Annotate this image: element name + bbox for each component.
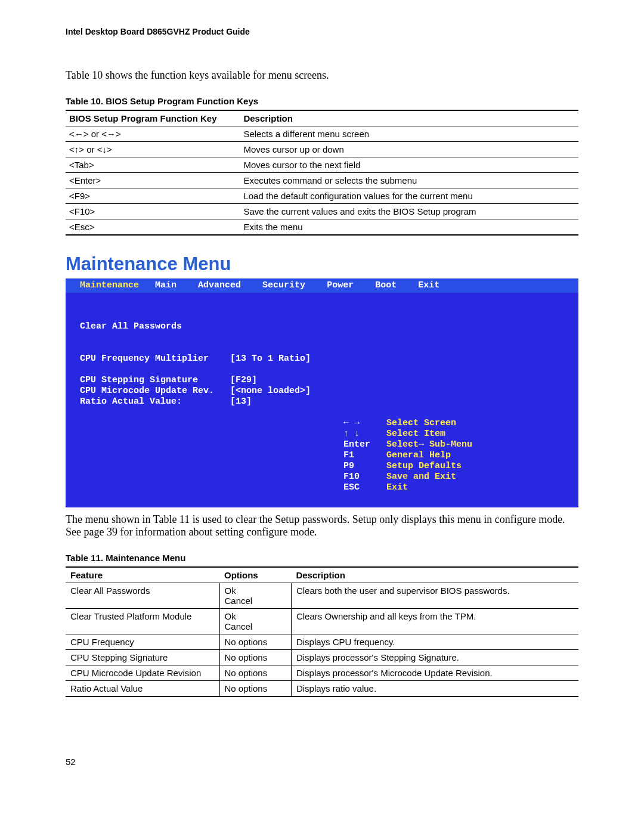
table10-cell: Moves cursor to the next field <box>240 157 578 173</box>
table10-cell: Exits the menu <box>240 219 578 236</box>
bios-left-pane: Clear All Passwords CPU Frequency Multip… <box>66 293 340 499</box>
table11-cell: CPU Stepping Signature <box>66 650 219 665</box>
table11-cell: Displays processor's Microcode Update Re… <box>291 665 578 681</box>
bios-menu-item: Advanced <box>198 280 241 290</box>
bios-item: Clear All Passwords <box>80 321 182 332</box>
bios-menu-selected: Maintenance <box>80 280 139 290</box>
bios-menu-item: Exit <box>418 280 439 290</box>
table10-cell: <↑> or <↓> <box>66 142 240 157</box>
table11-cell: No options <box>219 634 291 650</box>
bios-value: [13 To 1 Ratio] <box>230 354 311 364</box>
table10-cell: <F10> <box>66 204 240 219</box>
table11-caption: Table 11. Maintenance Menu <box>66 553 578 563</box>
bios-help-label: Setup Defaults <box>386 461 462 471</box>
table11-cell: CPU Frequency <box>66 634 219 650</box>
bios-help-key: ↑ ↓ <box>343 429 386 439</box>
bios-help-key: F1 <box>343 450 386 461</box>
bios-help-key: F10 <box>343 472 386 482</box>
bios-screen: Maintenance Main Advanced Security Power… <box>66 278 578 507</box>
table10-header-desc: Description <box>240 110 578 126</box>
after-bios-text: The menu shown in Table 11 is used to cl… <box>66 513 578 538</box>
intro-text: Table 10 shows the function keys availab… <box>66 69 578 82</box>
bios-item: Ratio Actual Value: <box>80 397 182 407</box>
document-header: Intel Desktop Board D865GVHZ Product Gui… <box>66 27 578 36</box>
table11-cell: No options <box>219 681 291 697</box>
table11-cell: Ratio Actual Value <box>66 681 219 697</box>
bios-value: [13] <box>230 397 252 407</box>
table11: Feature Options Description Clear All Pa… <box>66 566 578 697</box>
table11-cell: OkCancel <box>219 609 291 634</box>
bios-help-label: Select→ Sub-Menu <box>386 439 472 450</box>
table11-header-feature: Feature <box>66 567 219 583</box>
table10-cell: <F9> <box>66 188 240 204</box>
bios-help-label: Select Item <box>386 429 445 439</box>
bios-help-label: Exit <box>386 482 408 493</box>
table10-cell: Load the default configuration values fo… <box>240 188 578 204</box>
table10-cell: Save the current values and exits the BI… <box>240 204 578 219</box>
table10-cell: <←> or <→> <box>66 126 240 142</box>
bios-help-key: P9 <box>343 461 386 472</box>
table11-cell: No options <box>219 650 291 665</box>
table11-header-options: Options <box>219 567 291 583</box>
bios-menu-item: Security <box>262 280 305 290</box>
table10-cell: Selects a different menu screen <box>240 126 578 142</box>
bios-help-key: Enter <box>343 439 386 450</box>
table11-cell: CPU Microcode Update Revision <box>66 665 219 681</box>
bios-help-key: ESC <box>343 482 386 493</box>
bios-help-label: Save and Exit <box>386 472 456 482</box>
table10-cell: Moves cursor up or down <box>240 142 578 157</box>
bios-help-label: Select Screen <box>386 418 456 428</box>
table11-cell: Clear All Passwords <box>66 583 219 609</box>
table10-cell: <Esc> <box>66 219 240 236</box>
bios-value: [<none loaded>] <box>230 386 311 396</box>
bios-menu-item: Boot <box>375 280 397 290</box>
table11-cell: No options <box>219 665 291 681</box>
table11-cell: Clear Trusted Platform Module <box>66 609 219 634</box>
table11-cell: Clears Ownership and all keys from the T… <box>291 609 578 634</box>
bios-menu-item: Main <box>155 280 177 290</box>
table10-cell: Executes command or selects the submenu <box>240 173 578 188</box>
bios-item: CPU Stepping Signature <box>80 375 198 385</box>
table10: BIOS Setup Program Function Key Descript… <box>66 110 578 236</box>
table10-caption: Table 10. BIOS Setup Program Function Ke… <box>66 96 578 106</box>
bios-help-label: General Help <box>386 450 451 460</box>
bios-value: [F29] <box>230 375 257 385</box>
page-number: 52 <box>66 757 578 767</box>
bios-help-pane: ← →Select Screen ↑ ↓Select Item EnterSel… <box>340 293 578 499</box>
table11-cell: Clears both the user and supervisor BIOS… <box>291 583 578 609</box>
table10-cell: <Enter> <box>66 173 240 188</box>
bios-menu-item: Power <box>327 280 354 290</box>
table11-cell: OkCancel <box>219 583 291 609</box>
bios-item: CPU Frequency Multiplier <box>80 354 209 364</box>
bios-menu-bar: Maintenance Main Advanced Security Power… <box>66 278 578 293</box>
bios-item: CPU Microcode Update Rev. <box>80 386 214 396</box>
table11-cell: Displays ratio value. <box>291 681 578 697</box>
bios-help-key: ← → <box>343 418 386 429</box>
table11-cell: Displays CPU frequency. <box>291 634 578 650</box>
table11-header-desc: Description <box>291 567 578 583</box>
section-title: Maintenance Menu <box>66 253 578 275</box>
table10-header-key: BIOS Setup Program Function Key <box>66 110 240 126</box>
table11-cell: Displays processor's Stepping Signature. <box>291 650 578 665</box>
table10-cell: <Tab> <box>66 157 240 173</box>
